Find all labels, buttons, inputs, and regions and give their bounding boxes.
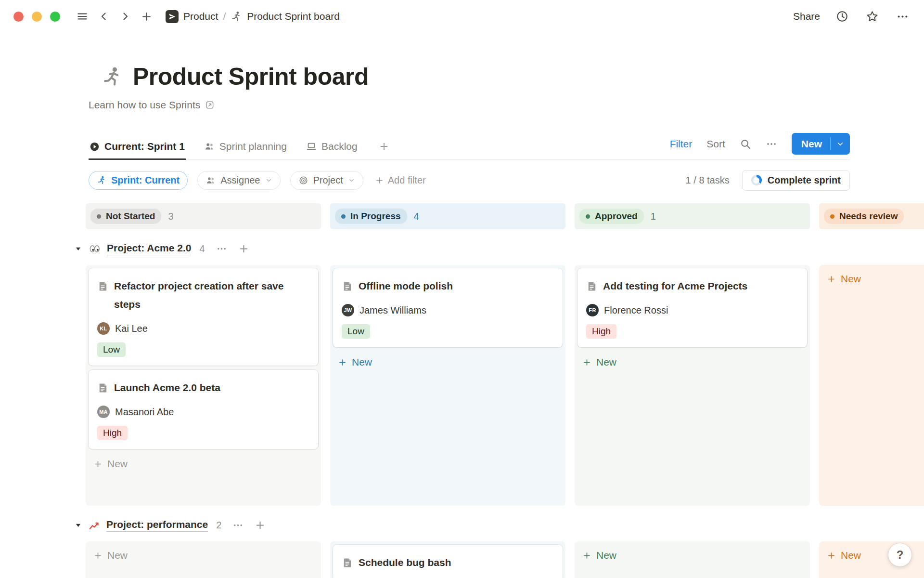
card-title: Offline mode polish [359,277,453,295]
column-in-progress: Schedule bug bash [330,541,565,578]
group-options-icon[interactable] [232,520,244,531]
task-card[interactable]: Schedule bug bash [333,545,563,578]
group-header-performance: Project: performance 2 [74,515,924,535]
group-options-icon[interactable] [216,243,227,254]
assignee-name: James Williams [359,305,426,316]
task-count: 1 / 8 tasks [686,175,730,186]
column-needs-review: New [819,265,924,506]
history-clock-icon[interactable] [834,9,850,24]
project-filter-chip[interactable]: Project [290,171,363,190]
status-dot [341,214,346,219]
new-card-button[interactable]: New [578,545,807,566]
column-not-started: Refactor project creation after save ste… [86,265,321,506]
group-add-icon[interactable] [238,243,249,254]
chart-up-icon [89,519,100,531]
page-title[interactable]: Product Sprint board [133,63,369,91]
star-icon[interactable] [864,9,880,25]
tab-backlog[interactable]: Backlog [305,137,359,159]
learn-sprints-label: Learn how to use Sprints [89,99,200,111]
avatar: KL [97,322,110,335]
new-task-button[interactable]: New [792,133,850,155]
page-title-row: Product Sprint board [101,63,924,91]
column-header-needs-review[interactable]: Needs review [819,203,924,229]
breadcrumb-product-label: Product [183,11,218,22]
sort-button[interactable]: Sort [706,138,725,150]
new-card-button[interactable]: New [578,352,807,373]
column-header-in-progress[interactable]: In Progress 4 [330,203,565,229]
add-filter-button[interactable]: Add filter [375,175,426,186]
project-filter-label: Project [313,175,343,186]
task-card[interactable]: Refactor project creation after save ste… [89,268,318,366]
tab-sprint-planning[interactable]: Sprint planning [203,137,288,159]
add-view-button[interactable] [376,137,392,159]
window-topbar: Product / Product Sprint board Share [0,0,924,33]
learn-sprints-link[interactable]: Learn how to use Sprints [89,99,215,111]
target-icon [298,175,308,185]
new-card-button[interactable]: New [89,545,318,566]
group-title[interactable]: Project: performance [106,519,208,532]
filter-bar: Sprint: Current Assignee Project Add fil… [89,166,850,195]
sidebar-toggle-icon[interactable] [75,9,90,24]
column-count: 4 [414,211,419,222]
chevron-down-icon [265,177,272,184]
column-not-started: New [86,541,321,578]
breadcrumb-product[interactable]: Product [166,10,218,23]
avatar: MA [97,406,110,418]
share-button[interactable]: Share [793,11,820,22]
help-button[interactable]: ? [888,543,911,566]
complete-sprint-label: Complete sprint [768,175,841,186]
search-icon[interactable] [740,138,751,150]
group-add-icon[interactable] [255,520,266,531]
play-icon [90,142,100,152]
column-approved: New [575,541,810,578]
back-icon[interactable] [97,9,111,24]
plus-icon [379,141,389,152]
new-card-button[interactable]: New [333,352,563,373]
breadcrumb-current-label: Product Sprint board [247,11,340,22]
task-card[interactable]: Add testing for Acme Projects FR Florenc… [578,268,807,347]
new-card-button[interactable]: New [822,268,924,289]
laptop-icon [306,141,317,152]
sprint-filter-chip[interactable]: Sprint: Current [89,171,188,190]
new-task-dropdown-icon[interactable] [831,140,850,148]
new-card-button[interactable]: New [89,453,318,474]
breadcrumb: Product / Product Sprint board [166,10,340,23]
complete-sprint-button[interactable]: Complete sprint [742,170,850,191]
view-options-icon[interactable] [766,138,777,150]
sprint-board: Not Started 3 In Progress 4 Approved 1 N… [0,203,924,578]
plus-icon [582,358,591,367]
minimize-window-icon[interactable] [32,12,42,22]
task-card[interactable]: Launch Acme 2.0 beta MA Masanori Abe Hig… [89,370,318,449]
tab-label: Sprint planning [219,141,287,152]
document-icon [342,281,353,292]
breadcrumb-sprint-board[interactable]: Product Sprint board [231,11,340,22]
priority-badge: Low [342,324,370,339]
assignee-name: Masanori Abe [115,407,174,418]
add-filter-label: Add filter [388,175,426,186]
more-options-icon[interactable] [895,9,911,25]
forward-icon[interactable] [118,9,132,24]
runner-icon [97,175,106,185]
triangle-toggle-icon[interactable] [74,521,82,529]
new-page-icon[interactable] [139,9,154,24]
group-title[interactable]: Project: Acme 2.0 [107,242,191,255]
card-assignee: KL Kai Lee [97,322,309,335]
triangle-toggle-icon[interactable] [74,245,82,253]
new-card-label: New [352,356,372,368]
status-dot [586,214,590,219]
task-card[interactable]: Offline mode polish JW James Williams Lo… [333,268,563,347]
document-icon [342,557,353,568]
plus-icon [338,358,347,367]
plus-icon [827,551,836,560]
new-card-label: New [596,356,616,368]
zoom-window-icon[interactable] [50,12,60,22]
board-column-headers: Not Started 3 In Progress 4 Approved 1 N… [86,203,924,229]
column-header-approved[interactable]: Approved 1 [575,203,810,229]
status-dot [97,214,101,219]
window-controls [13,12,60,22]
filter-button[interactable]: Filter [670,138,693,150]
assignee-filter-chip[interactable]: Assignee [197,171,280,190]
close-window-icon[interactable] [13,12,24,22]
column-header-not-started[interactable]: Not Started 3 [86,203,321,229]
tab-current-sprint[interactable]: Current: Sprint 1 [89,137,186,160]
